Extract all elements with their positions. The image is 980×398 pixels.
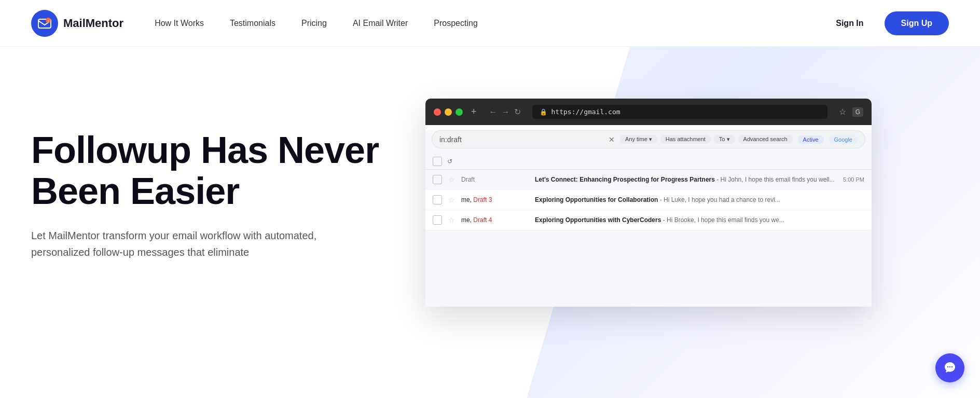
hero-title: Followup Has Never Been Easier xyxy=(31,130,394,212)
email-subject: Let's Connect: Enhancing Prospecting for… xyxy=(535,176,837,183)
email-subject: Exploring Opportunities for Collaboratio… xyxy=(535,196,858,203)
gmail-content: in:draft ✕ Any time ▾ Has attachment To … xyxy=(425,130,872,307)
search-filters: Any time ▾ Has attachment To ▾ Advanced … xyxy=(620,135,793,144)
lock-icon: 🔒 xyxy=(540,108,547,116)
table-row[interactable]: ☆ Draft Let's Connect: Enhancing Prospec… xyxy=(425,170,872,190)
sender-label: me, Draft 4 xyxy=(461,216,529,224)
gmail-toolbar: ↺ xyxy=(425,154,872,170)
browser-mockup: + ← → ↻ 🔒 https://gmail.com ☆ G in:draft xyxy=(425,99,872,307)
row-checkbox[interactable] xyxy=(433,175,442,184)
clear-search-icon[interactable]: ✕ xyxy=(609,135,615,144)
chat-button[interactable] xyxy=(935,353,964,382)
nav-auth: Sign In Sign Up xyxy=(827,11,949,35)
filter-chip-google[interactable]: Google xyxy=(829,135,858,144)
filter-chip-anytime[interactable]: Any time ▾ xyxy=(620,135,657,144)
refresh-icon[interactable]: ↻ xyxy=(514,107,521,117)
hero-image: + ← → ↻ 🔒 https://gmail.com ☆ G in:draft xyxy=(425,88,949,307)
filter-chip-attachment[interactable]: Has attachment xyxy=(660,135,711,144)
bookmark-icon[interactable]: ☆ xyxy=(839,107,846,117)
new-tab-icon[interactable]: + xyxy=(471,106,477,117)
hero-subtitle: Let MailMentor transform your email work… xyxy=(31,227,322,260)
sender-label: me, Draft 3 xyxy=(461,196,529,203)
email-time: 5:00 PM xyxy=(843,176,864,183)
sender-label: Draft xyxy=(461,176,529,183)
row-checkbox[interactable] xyxy=(433,195,442,204)
browser-extension: G xyxy=(852,107,863,117)
brand-name: MailMentor xyxy=(63,17,123,30)
back-arrow-icon[interactable]: ← xyxy=(489,107,498,117)
filter-chip-active[interactable]: Active xyxy=(798,135,824,144)
gmail-search-text: in:draft xyxy=(439,135,603,144)
forward-arrow-icon[interactable]: → xyxy=(502,107,510,117)
nav-ai-email-writer[interactable]: AI Email Writer xyxy=(353,19,408,28)
browser-dots xyxy=(434,108,463,116)
select-all-checkbox[interactable] xyxy=(433,157,442,166)
hero-section: Followup Has Never Been Easier Let MailM… xyxy=(0,47,980,398)
email-list: ☆ Draft Let's Connect: Enhancing Prospec… xyxy=(425,170,872,230)
nav-how-it-works[interactable]: How It Works xyxy=(155,19,204,28)
browser-bar: + ← → ↻ 🔒 https://gmail.com ☆ G xyxy=(425,99,872,125)
row-checkbox[interactable] xyxy=(433,215,442,225)
nav-pricing[interactable]: Pricing xyxy=(301,19,327,28)
filter-chip-advanced[interactable]: Advanced search xyxy=(738,135,793,144)
email-subject: Exploring Opportunities with CyberCoders… xyxy=(535,216,858,224)
gmail-search-bar[interactable]: in:draft ✕ Any time ▾ Has attachment To … xyxy=(432,130,865,148)
nav-testimonials[interactable]: Testimonials xyxy=(230,19,275,28)
svg-point-5 xyxy=(951,366,953,367)
table-row[interactable]: ☆ me, Draft 4 Exploring Opportunities wi… xyxy=(425,210,872,230)
hero-content: Followup Has Never Been Easier Let MailM… xyxy=(31,88,394,260)
nav-prospecting[interactable]: Prospecting xyxy=(434,19,478,28)
svg-text:!: ! xyxy=(48,19,49,23)
navbar: ! MailMentor How It Works Testimonials P… xyxy=(0,0,980,47)
table-row[interactable]: ☆ me, Draft 3 Exploring Opportunities fo… xyxy=(425,190,872,210)
browser-nav: ← → ↻ xyxy=(489,107,521,117)
sign-in-button[interactable]: Sign In xyxy=(827,13,872,33)
logo-icon: ! xyxy=(31,10,58,37)
star-icon[interactable]: ☆ xyxy=(448,196,455,204)
filter-chip-to[interactable]: To ▾ xyxy=(714,135,735,144)
minimize-dot[interactable] xyxy=(445,108,452,116)
nav-links: How It Works Testimonials Pricing AI Ema… xyxy=(155,19,827,28)
logo[interactable]: ! MailMentor xyxy=(31,10,123,37)
svg-point-3 xyxy=(947,366,948,367)
url-text: https://gmail.com xyxy=(551,108,620,116)
svg-point-4 xyxy=(949,366,950,367)
star-icon[interactable]: ☆ xyxy=(448,175,455,184)
sign-up-button[interactable]: Sign Up xyxy=(885,11,949,35)
star-icon[interactable]: ☆ xyxy=(448,216,455,224)
maximize-dot[interactable] xyxy=(456,108,463,116)
url-bar[interactable]: 🔒 https://gmail.com xyxy=(532,105,827,119)
close-dot[interactable] xyxy=(434,108,441,116)
toolbar-action: ↺ xyxy=(447,158,452,165)
